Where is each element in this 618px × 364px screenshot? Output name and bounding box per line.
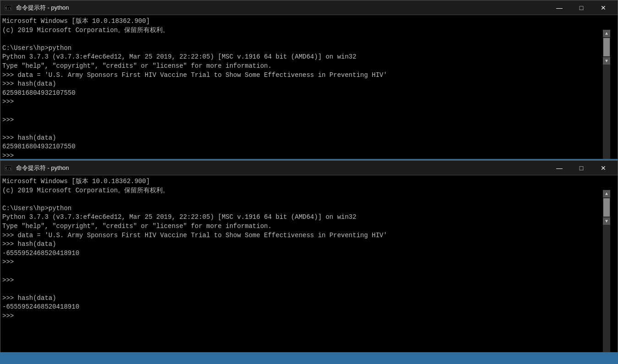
scroll-thumb-1[interactable]	[603, 38, 610, 56]
maximize-button-1[interactable]: □	[571, 0, 592, 15]
scroll-down-2[interactable]: ▼	[603, 217, 610, 225]
scroll-up-1[interactable]: ▲	[603, 30, 610, 37]
window-controls-2: — □ ✕	[549, 161, 614, 175]
cmd-content-area-2: Microsoft Windows [版本 10.0.18362.900] (c…	[0, 175, 610, 352]
desktop: C:\ 命令提示符 - python — □ ✕ Microsoft Windo…	[0, 0, 618, 364]
cmd-output-2: Microsoft Windows [版本 10.0.18362.900] (c…	[0, 175, 610, 323]
svg-text:C:\: C:\	[5, 167, 11, 170]
scroll-thumb-2[interactable]	[603, 198, 610, 217]
scrollbar-1[interactable]: ▲ ▼	[603, 30, 610, 159]
scrollbar-2[interactable]: ▲ ▼	[603, 190, 610, 352]
window-controls-1: — □ ✕	[549, 0, 614, 15]
titlebar-2[interactable]: C:\ 命令提示符 - python — □ ✕	[0, 161, 618, 175]
minimize-button-1[interactable]: —	[549, 0, 570, 15]
maximize-button-2[interactable]: □	[571, 161, 592, 175]
cmd-window-2: C:\ 命令提示符 - python — □ ✕ Microsoft Windo…	[0, 160, 618, 353]
cmd-icon-1: C:\	[4, 4, 12, 12]
svg-text:C:\: C:\	[5, 6, 11, 10]
titlebar-1[interactable]: C:\ 命令提示符 - python — □ ✕	[0, 0, 618, 15]
scroll-down-1[interactable]: ▼	[603, 57, 610, 65]
cmd-icon-2: C:\	[4, 164, 12, 172]
minimize-button-2[interactable]: —	[549, 161, 570, 175]
close-button-1[interactable]: ✕	[593, 0, 614, 15]
cmd-window-1: C:\ 命令提示符 - python — □ ✕ Microsoft Windo…	[0, 0, 618, 159]
cmd-output-1: Microsoft Windows [版本 10.0.18362.900] (c…	[0, 15, 610, 159]
window-title-1: 命令提示符 - python	[16, 4, 549, 12]
close-button-2[interactable]: ✕	[593, 161, 614, 175]
window-title-2: 命令提示符 - python	[16, 164, 549, 172]
cmd-content-area-1: Microsoft Windows [版本 10.0.18362.900] (c…	[0, 15, 610, 159]
scroll-up-2[interactable]: ▲	[603, 190, 610, 197]
